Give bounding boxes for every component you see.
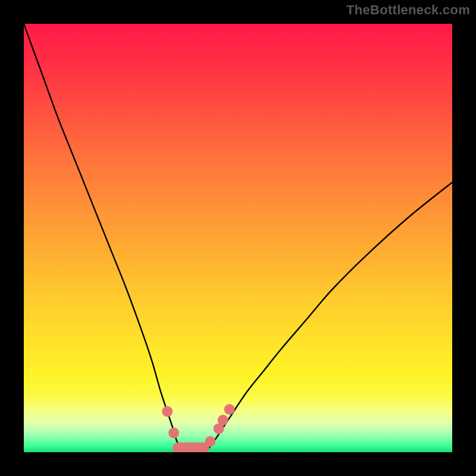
bottleneck-curve	[24, 24, 452, 452]
data-marker	[168, 428, 179, 439]
data-marker	[224, 404, 235, 415]
watermark-text: TheBottleneck.com	[346, 2, 470, 18]
chart-container: TheBottleneck.com	[0, 0, 476, 476]
data-marker	[218, 415, 228, 425]
plot-area	[24, 24, 452, 452]
data-marker	[205, 436, 215, 447]
data-marker	[162, 406, 173, 417]
chart-svg	[24, 24, 452, 452]
